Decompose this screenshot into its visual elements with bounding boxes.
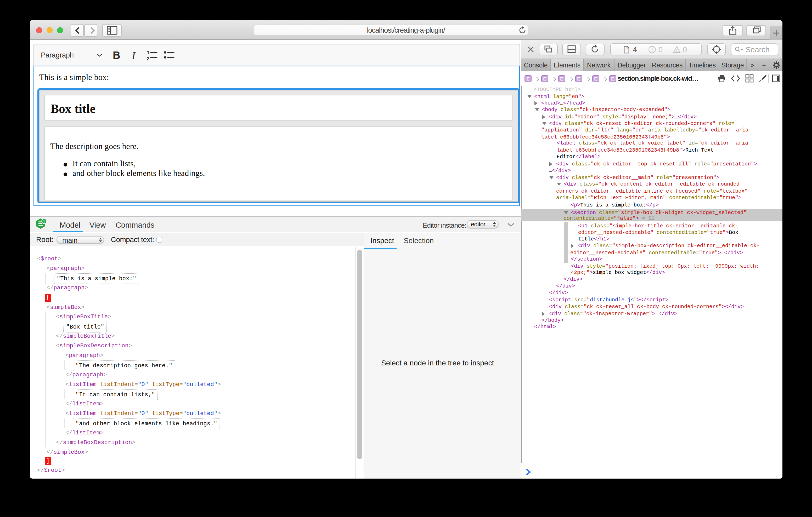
svg-text:5: 5 — [43, 219, 45, 223]
svg-text:1: 1 — [147, 50, 150, 55]
svg-text:2: 2 — [147, 56, 150, 61]
